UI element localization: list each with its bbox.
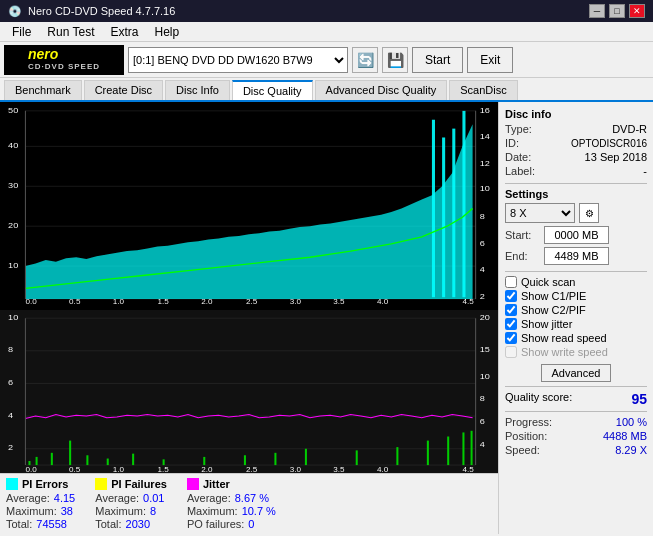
svg-text:1.0: 1.0 xyxy=(113,298,124,306)
svg-text:2.0: 2.0 xyxy=(201,465,212,473)
refresh-icon[interactable]: 🔄 xyxy=(352,47,378,73)
disc-info-title: Disc info xyxy=(505,108,647,120)
svg-rect-65 xyxy=(28,461,30,465)
settings-section: Settings 8 X 1 X 2 X 4 X 16 X ⚙ Start: E… xyxy=(505,188,647,265)
stat-jitter: Jitter Average: 8.67 % Maximum: 10.7 % P… xyxy=(187,478,276,530)
svg-text:10: 10 xyxy=(480,183,490,192)
save-icon[interactable]: 💾 xyxy=(382,47,408,73)
show-jitter-checkbox[interactable] xyxy=(505,318,517,330)
pi-failures-color xyxy=(95,478,107,490)
advanced-button[interactable]: Advanced xyxy=(541,364,612,382)
svg-text:10: 10 xyxy=(480,372,491,381)
close-button[interactable]: ✕ xyxy=(629,4,645,18)
svg-text:12: 12 xyxy=(480,158,490,167)
jitter-avg-value: 8.67 % xyxy=(235,492,269,504)
settings-icon-button[interactable]: ⚙ xyxy=(579,203,599,223)
drive-select[interactable]: [0:1] BENQ DVD DD DW1620 B7W9 xyxy=(128,47,348,73)
chart-bottom: 10 8 6 4 2 20 15 10 8 6 4 xyxy=(0,310,498,473)
svg-text:16: 16 xyxy=(480,105,490,114)
show-c2-pif-checkbox[interactable] xyxy=(505,304,517,316)
tab-benchmark[interactable]: Benchmark xyxy=(4,80,82,100)
tab-advanced-disc-quality[interactable]: Advanced Disc Quality xyxy=(315,80,448,100)
show-write-speed-checkbox[interactable] xyxy=(505,346,517,358)
disc-label-label: Label: xyxy=(505,165,535,177)
svg-text:4: 4 xyxy=(480,440,486,449)
svg-text:15: 15 xyxy=(480,345,491,354)
menu-help[interactable]: Help xyxy=(147,23,188,41)
titlebar: 💿 Nero CD-DVD Speed 4.7.7.16 ─ □ ✕ xyxy=(0,0,653,22)
show-c1-pie-checkbox[interactable] xyxy=(505,290,517,302)
disc-info-section: Disc info Type: DVD-R ID: OPTODISCR016 D… xyxy=(505,108,647,177)
stat-pi-errors: PI Errors Average: 4.15 Maximum: 38 Tota… xyxy=(6,478,75,530)
svg-text:10: 10 xyxy=(8,312,19,321)
pi-failures-avg-label: Average: xyxy=(95,492,139,504)
svg-text:6: 6 xyxy=(480,238,485,247)
svg-text:1.5: 1.5 xyxy=(158,465,169,473)
speed-select[interactable]: 8 X 1 X 2 X 4 X 16 X xyxy=(505,203,575,223)
svg-text:2: 2 xyxy=(480,292,485,301)
chart-top-svg: 50 40 30 20 10 16 14 12 10 8 6 4 2 xyxy=(0,102,498,306)
end-input[interactable] xyxy=(544,247,609,265)
progress-section: Progress: 100 % Position: 4488 MB Speed:… xyxy=(505,416,647,456)
po-failures-value: 0 xyxy=(248,518,254,530)
stats-bar: PI Errors Average: 4.15 Maximum: 38 Tota… xyxy=(0,473,498,534)
svg-text:4.0: 4.0 xyxy=(377,465,388,473)
svg-text:3.5: 3.5 xyxy=(333,465,344,473)
disc-type-label: Type: xyxy=(505,123,532,135)
exit-button[interactable]: Exit xyxy=(467,47,513,73)
svg-text:3.0: 3.0 xyxy=(290,298,301,306)
svg-rect-31 xyxy=(432,120,435,297)
svg-text:8: 8 xyxy=(480,394,486,403)
show-jitter-label: Show jitter xyxy=(521,318,572,330)
separator-2 xyxy=(505,271,647,272)
jitter-color xyxy=(187,478,199,490)
pi-errors-total-label: Total: xyxy=(6,518,32,530)
menubar: File Run Test Extra Help xyxy=(0,22,653,42)
separator-1 xyxy=(505,183,647,184)
pi-errors-label: PI Errors xyxy=(22,478,68,490)
show-read-speed-checkbox[interactable] xyxy=(505,332,517,344)
progress-value: 100 % xyxy=(616,416,647,428)
svg-rect-81 xyxy=(462,432,464,465)
progress-label: Progress: xyxy=(505,416,552,428)
tab-scandisc[interactable]: ScanDisc xyxy=(449,80,517,100)
position-value: 4488 MB xyxy=(603,430,647,442)
svg-rect-72 xyxy=(163,459,165,465)
svg-rect-70 xyxy=(107,458,109,465)
quick-scan-label: Quick scan xyxy=(521,276,575,288)
titlebar-title: 💿 Nero CD-DVD Speed 4.7.7.16 xyxy=(8,5,175,18)
settings-title: Settings xyxy=(505,188,647,200)
svg-rect-80 xyxy=(447,436,449,465)
pi-failures-total-value: 2030 xyxy=(126,518,150,530)
svg-text:4.0: 4.0 xyxy=(377,298,388,306)
tab-disc-quality[interactable]: Disc Quality xyxy=(232,80,313,100)
quality-score-value: 95 xyxy=(631,391,647,407)
svg-rect-32 xyxy=(442,137,445,297)
tab-disc-info[interactable]: Disc Info xyxy=(165,80,230,100)
tab-create-disc[interactable]: Create Disc xyxy=(84,80,163,100)
svg-text:6: 6 xyxy=(480,417,486,426)
separator-4 xyxy=(505,411,647,412)
pi-failures-max-label: Maximum: xyxy=(95,505,146,517)
start-button[interactable]: Start xyxy=(412,47,463,73)
separator-3 xyxy=(505,386,647,387)
start-input[interactable] xyxy=(544,226,609,244)
menu-runtest[interactable]: Run Test xyxy=(39,23,102,41)
toolbar: nero CD·DVD SPEED [0:1] BENQ DVD DD DW16… xyxy=(0,42,653,78)
svg-text:8: 8 xyxy=(8,345,14,354)
svg-text:50: 50 xyxy=(8,105,18,114)
maximize-button[interactable]: □ xyxy=(609,4,625,18)
svg-text:4.5: 4.5 xyxy=(462,298,473,306)
pi-errors-max-value: 38 xyxy=(61,505,73,517)
menu-file[interactable]: File xyxy=(4,23,39,41)
minimize-button[interactable]: ─ xyxy=(589,4,605,18)
show-c1-pie-label: Show C1/PIE xyxy=(521,290,586,302)
titlebar-controls: ─ □ ✕ xyxy=(589,4,645,18)
svg-rect-78 xyxy=(396,447,398,465)
menu-extra[interactable]: Extra xyxy=(102,23,146,41)
po-failures-label: PO failures: xyxy=(187,518,244,530)
charts-container: 50 40 30 20 10 16 14 12 10 8 6 4 2 xyxy=(0,102,498,473)
quick-scan-checkbox[interactable] xyxy=(505,276,517,288)
svg-text:20: 20 xyxy=(480,312,491,321)
jitter-max-value: 10.7 % xyxy=(242,505,276,517)
